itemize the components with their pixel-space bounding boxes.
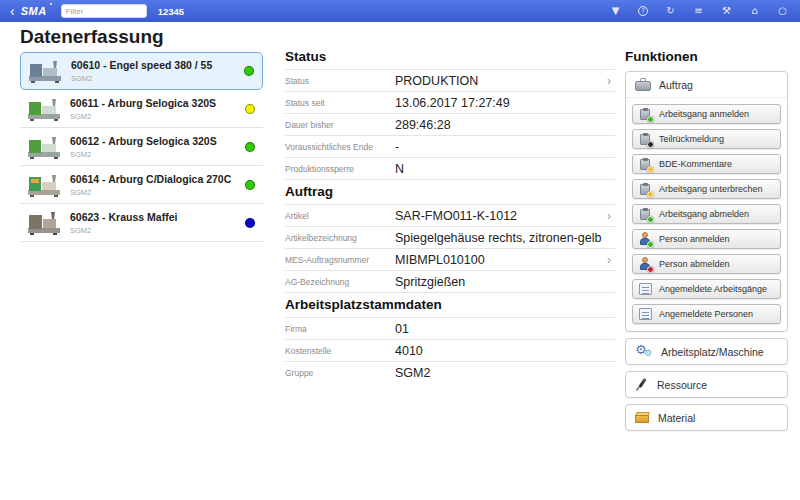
person-icon [639, 232, 652, 246]
status-dot [245, 142, 255, 152]
auftrag-panel-header[interactable]: Auftrag [626, 72, 787, 97]
menu-icon[interactable]: ≡ [693, 6, 704, 16]
row-value: Spiegelgehäuse rechts, zitronen-gelb [395, 231, 601, 245]
detail-row-produktionssperre: Produktionssperre N [285, 158, 615, 180]
machine-title: 60611 - Arburg Selogica 320S [70, 97, 216, 109]
machine-thumbnail-icon [27, 58, 63, 84]
machine-info: 60623 - Krauss Maffei SGM2 [70, 211, 177, 235]
button-label: Angemeldete Personen [659, 309, 753, 319]
machine-group: SGM2 [70, 226, 177, 235]
detail-row-voraussichtliches-ende: Voraussichtliches Ende - [285, 136, 615, 158]
bde-comments-button[interactable]: BDE-Kommentare [632, 154, 781, 174]
row-label: Artikelbezeichnung [285, 233, 395, 243]
workstep-signin-button[interactable]: Arbeitsgang anmelden [632, 104, 781, 124]
workstep-icon [639, 158, 652, 171]
machine-thumbnail-icon [26, 172, 62, 198]
button-label: Angemeldete Arbeitsgänge [659, 284, 767, 294]
panel-title: Material [658, 412, 695, 424]
machine-list-item[interactable]: 60614 - Arburg C/Dialogica 270C SGM2 [20, 166, 263, 204]
filter-input[interactable] [61, 4, 147, 18]
registered-persons-button[interactable]: Angemeldete Personen [632, 304, 781, 324]
terminal-id: 12345 [158, 6, 184, 17]
row-value: 13.06.2017 17:27:49 [395, 96, 510, 110]
row-value: N [395, 162, 404, 176]
machine-list-item[interactable]: 60611 - Arburg Selogica 320S SGM2 [20, 90, 263, 128]
gears-icon: ⚙⚙ [635, 344, 653, 360]
row-value: SGM2 [395, 366, 430, 380]
person-icon [639, 257, 652, 271]
stammdaten-rows: Firma 01 Kostenstelle 4010 Gruppe SGM2 [285, 317, 615, 384]
resource-panel-header[interactable]: Ressource [626, 372, 787, 397]
home-icon[interactable]: ⌂ [749, 6, 760, 16]
filter-icon[interactable]: ▼ [610, 6, 621, 16]
button-label: Teilrückmeldung [659, 134, 724, 144]
auftrag-rows: Artikel SAR-FMO011-K-1012 › Artikelbezei… [285, 204, 615, 293]
detail-row-firma: Firma 01 [285, 318, 615, 340]
button-label: Arbeitsgang abmelden [659, 209, 749, 219]
row-label: AG-Bezeichnung [285, 277, 395, 287]
detail-row-gruppe: Gruppe SGM2 [285, 362, 615, 384]
detail-row-status[interactable]: Status PRODUKTION › [285, 70, 615, 92]
wrench-icon[interactable]: ⚒ [721, 6, 732, 16]
machine-thumbnail-icon [26, 96, 62, 122]
row-label: Gruppe [285, 368, 395, 378]
list-icon [639, 283, 652, 295]
row-value: - [395, 140, 399, 154]
help-icon[interactable]: ? [638, 6, 648, 16]
person-list-icon [639, 308, 652, 320]
chevron-right-icon: › [607, 74, 611, 88]
navbar-actions: ▼ ? ↻ ≡ ⚒ ⌂ ○ [610, 6, 790, 16]
back-icon[interactable]: ‹ [10, 1, 15, 21]
detail-row-artikel[interactable]: Artikel SAR-FMO011-K-1012 › [285, 205, 615, 227]
row-label: Kostenstelle [285, 346, 395, 356]
row-value: SAR-FMO011-K-1012 [395, 209, 517, 223]
registered-worksteps-button[interactable]: Angemeldete Arbeitsgänge [632, 279, 781, 299]
machine-title: 60610 - Engel speed 380 / 55 [71, 59, 212, 71]
material-panel-header[interactable]: Material [626, 405, 787, 430]
row-value: Spritzgießen [395, 275, 465, 289]
functions-panel: Funktionen Auftrag Arbeitsgang anmelden … [625, 45, 788, 431]
machine-list-item[interactable]: 60610 - Engel speed 380 / 55 SGM2 [20, 52, 263, 90]
partial-report-button[interactable]: Teilrückmeldung [632, 129, 781, 149]
machine-info: 60614 - Arburg C/Dialogica 270C SGM2 [70, 173, 231, 197]
detail-row-mes-auftragsnummer[interactable]: MES-Auftragsnummer MIBMPL010100 › [285, 249, 615, 271]
top-navbar: ‹ SMA 12345 ▼ ? ↻ ≡ ⚒ ⌂ ○ [0, 0, 800, 22]
button-label: BDE-Kommentare [659, 159, 732, 169]
section-heading-auftrag: Auftrag [285, 180, 615, 204]
machine-list: 60610 - Engel speed 380 / 55 SGM2 60611 … [20, 52, 263, 242]
machine-list-item[interactable]: 60623 - Krauss Maffei SGM2 [20, 204, 263, 242]
person-signoff-button[interactable]: Person abmelden [632, 254, 781, 274]
person-signin-button[interactable]: Person anmelden [632, 229, 781, 249]
workstep-icon [639, 183, 652, 196]
machine-group: SGM2 [70, 188, 231, 197]
row-label: MES-Auftragsnummer [285, 255, 395, 265]
sync-icon[interactable]: ↻ [665, 6, 676, 16]
workstep-interrupt-button[interactable]: Arbeitsgang unterbrechen [632, 179, 781, 199]
row-label: Dauer bisher [285, 120, 395, 130]
workstep-signoff-button[interactable]: Arbeitsgang abmelden [632, 204, 781, 224]
machine-group: SGM2 [71, 74, 212, 83]
detail-row-dauer-bisher: Dauer bisher 289:46:28 [285, 114, 615, 136]
machine-title: 60614 - Arburg C/Dialogica 270C [70, 173, 231, 185]
detail-row-ag-bezeichnung: AG-Bezeichnung Spritzgießen [285, 271, 615, 293]
status-rows: Status PRODUKTION › Status seit 13.06.20… [285, 69, 615, 180]
workplace-machine-panel-header[interactable]: ⚙⚙ Arbeitsplatz/Maschine [626, 339, 787, 364]
workplace-machine-panel: ⚙⚙ Arbeitsplatz/Maschine [625, 338, 788, 365]
row-value: MIBMPL010100 [395, 253, 485, 267]
machine-list-item[interactable]: 60612 - Arburg Selogica 320S SGM2 [20, 128, 263, 166]
row-value: 289:46:28 [395, 118, 451, 132]
button-label: Person abmelden [659, 259, 730, 269]
chevron-right-icon: › [607, 209, 611, 223]
datenerfassung-app: ‹ SMA 12345 ▼ ? ↻ ≡ ⚒ ⌂ ○ Datenerfassung… [0, 0, 800, 500]
button-label: Arbeitsgang unterbrechen [659, 184, 763, 194]
power-icon[interactable]: ○ [777, 6, 788, 16]
detail-panel: Status Status PRODUKTION › Status seit 1… [285, 45, 615, 384]
workstep-icon [639, 108, 652, 121]
machine-title: 60623 - Krauss Maffei [70, 211, 177, 223]
row-label: Firma [285, 324, 395, 334]
panel-title: Arbeitsplatz/Maschine [661, 346, 764, 358]
machine-info: 60611 - Arburg Selogica 320S SGM2 [70, 97, 216, 121]
row-value: PRODUKTION [395, 74, 478, 88]
auftrag-functions-panel: Auftrag Arbeitsgang anmelden Teilrückmel… [625, 71, 788, 332]
panel-title: Ressource [657, 379, 707, 391]
